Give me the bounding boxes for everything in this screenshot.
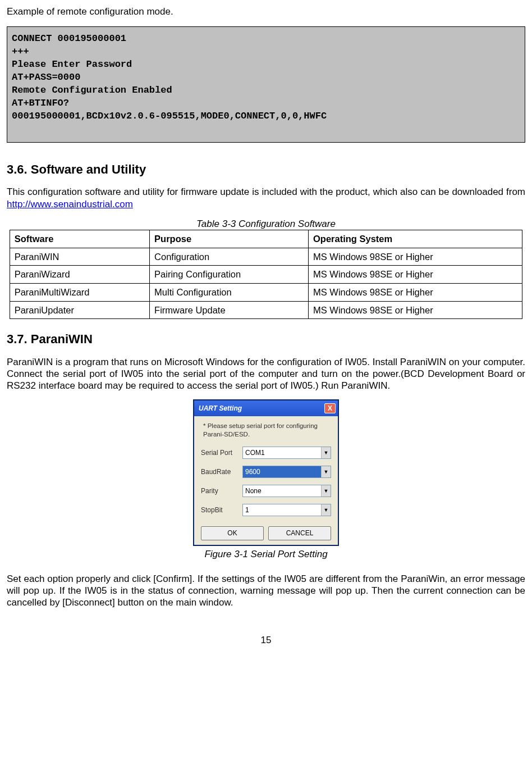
- cell-purpose: Pairing Configuration: [150, 266, 309, 284]
- parity-label: Parity: [201, 487, 242, 495]
- close-icon[interactable]: X: [324, 403, 336, 413]
- cell-os: MS Windows 98SE or Higher: [308, 301, 522, 319]
- dialog-title: UART Setting: [199, 404, 242, 413]
- cell-purpose: Multi Configuration: [150, 283, 309, 301]
- chevron-down-icon: ▼: [321, 447, 331, 458]
- chevron-down-icon: ▼: [321, 504, 331, 516]
- parity-dropdown[interactable]: None ▼: [242, 485, 331, 497]
- header-os: Operating System: [308, 230, 522, 248]
- cell-purpose: Configuration: [150, 248, 309, 266]
- cell-software: ParaniUpdater: [10, 301, 149, 319]
- section-3-6-para: This configuration software and utility …: [7, 186, 525, 210]
- serial-port-dropdown[interactable]: COM1 ▼: [242, 447, 331, 459]
- serial-port-value: COM1: [243, 447, 321, 458]
- configuration-software-table: Software Purpose Operating System Parani…: [10, 230, 523, 319]
- cancel-button[interactable]: CANCEL: [268, 526, 331, 540]
- baudrate-label: BaudRate: [201, 468, 242, 476]
- download-link[interactable]: http://www.senaindustrial.com: [7, 199, 133, 210]
- page-number: 15: [7, 634, 525, 646]
- chevron-down-icon: ▼: [321, 466, 331, 477]
- figure-3-1-caption: Figure 3-1 Serial Port Setting: [7, 548, 525, 560]
- serial-port-label: Serial Port: [201, 449, 242, 457]
- stopbit-value: 1: [243, 504, 321, 516]
- cell-os: MS Windows 98SE or Higher: [308, 248, 522, 266]
- dialog-hint: * Please setup serial port for configuri…: [201, 422, 331, 439]
- stopbit-label: StopBit: [201, 506, 242, 515]
- cell-purpose: Firmware Update: [150, 301, 309, 319]
- cell-software: ParaniMultiWizard: [10, 283, 149, 301]
- section-3-7-para2: Set each option properly and click [Conf…: [7, 573, 525, 609]
- baudrate-dropdown[interactable]: 9600 ▼: [242, 466, 331, 478]
- cell-os: MS Windows 98SE or Higher: [308, 283, 522, 301]
- section-3-6-heading: 3.6. Software and Utility: [7, 162, 525, 177]
- cell-os: MS Windows 98SE or Higher: [308, 266, 522, 284]
- table-row: ParaniMultiWizard Multi Configuration MS…: [10, 283, 522, 301]
- stopbit-dropdown[interactable]: 1 ▼: [242, 504, 331, 516]
- header-purpose: Purpose: [150, 230, 309, 248]
- table-row: ParaniWizard Pairing Configuration MS Wi…: [10, 266, 522, 284]
- section-3-7-heading: 3.7. ParaniWIN: [7, 331, 525, 347]
- section-3-6-text: This configuration software and utility …: [7, 186, 525, 197]
- chevron-down-icon: ▼: [321, 485, 331, 497]
- ok-button[interactable]: OK: [201, 526, 264, 540]
- terminal-output: CONNECT 000195000001 +++ Please Enter Pa…: [7, 26, 525, 143]
- intro-text: Example of remote configuration mode.: [7, 6, 525, 17]
- cell-software: ParaniWIN: [10, 248, 149, 266]
- table-row: ParaniWIN Configuration MS Windows 98SE …: [10, 248, 522, 266]
- table-row: ParaniUpdater Firmware Update MS Windows…: [10, 301, 522, 319]
- dialog-titlebar: UART Setting X: [194, 400, 338, 416]
- baudrate-value: 9600: [243, 466, 321, 477]
- cell-software: ParaniWizard: [10, 266, 149, 284]
- table-header-row: Software Purpose Operating System: [10, 230, 522, 248]
- table-3-3-caption: Table 3-3 Configuration Software: [7, 218, 525, 230]
- header-software: Software: [10, 230, 149, 248]
- parity-value: None: [243, 485, 321, 497]
- uart-setting-dialog: UART Setting X * Please setup serial por…: [193, 399, 339, 546]
- section-3-7-para1: ParaniWIN is a program that runs on Micr…: [7, 356, 525, 392]
